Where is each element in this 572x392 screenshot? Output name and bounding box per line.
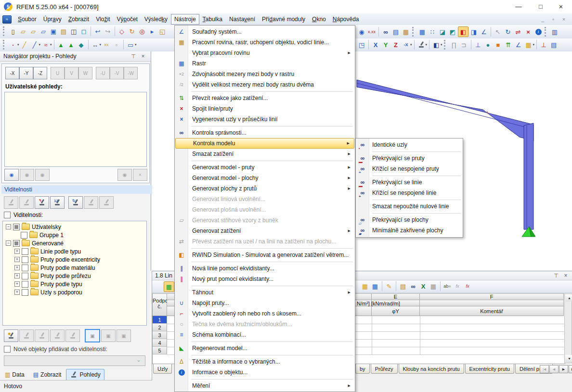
tree-checkbox[interactable] bbox=[22, 248, 28, 255]
tab-prurezy[interactable]: Průřezy bbox=[371, 364, 398, 374]
tree-item-linie-podle-typu[interactable]: Linie podle typu bbox=[3, 247, 146, 255]
mdi-restore-icon[interactable]: ▫ bbox=[550, 16, 557, 22]
submenuitem-krizici-pruty[interactable]: ∞+Křížící se nespojené pruty bbox=[356, 164, 463, 174]
scroll-up-icon[interactable]: ▲ bbox=[565, 294, 572, 302]
calculator-icon[interactable]: ▦ bbox=[429, 281, 438, 291]
menuitem-rastr[interactable]: ▦Rastr bbox=[175, 58, 355, 69]
table-check-icon[interactable]: ∞ bbox=[408, 281, 418, 291]
tree-item-pruty-excentricity[interactable]: Pruty podle excentricity bbox=[3, 255, 146, 264]
toolbar-grip[interactable] bbox=[444, 40, 448, 50]
row-number-1[interactable]: 1 bbox=[153, 316, 167, 324]
menuitem-smazat-zatizeni[interactable]: Smazat zatížení bbox=[175, 149, 355, 159]
rotate-view-icon[interactable]: ↻ bbox=[127, 26, 137, 36]
tab-nav-last-icon[interactable]: ▶| bbox=[569, 365, 572, 373]
grid-points-icon[interactable]: ∷ bbox=[428, 27, 437, 37]
tab-excentricity[interactable]: Excentricity prutu bbox=[465, 364, 514, 374]
submenuitem-prekryvajici-plochy[interactable]: ∞▱Překrývající se plochy bbox=[356, 215, 463, 225]
edit-mode-icon[interactable]: ✎ bbox=[384, 281, 394, 291]
menuitem-nova-linie-ekvidistanta[interactable]: ∥Nová linie pomocí ekvidistanty... bbox=[175, 263, 355, 274]
new-line-support-icon[interactable]: ▲ bbox=[66, 40, 76, 50]
object-info-icon[interactable]: i bbox=[533, 27, 543, 37]
tree-checkbox[interactable] bbox=[21, 232, 27, 239]
window-minimize-button[interactable]: — bbox=[511, 1, 526, 12]
menuitem-vygenerovat-uzly[interactable]: ×Vygenerovat uzly v průsečíku linií bbox=[175, 114, 355, 125]
submenuitem-identicke-uzly[interactable]: ∞▪Identické uzly bbox=[356, 139, 463, 150]
table-rows-icon[interactable]: ▦ bbox=[370, 281, 380, 291]
tree-checkbox[interactable] bbox=[22, 265, 28, 271]
tab-data[interactable]: ▥ Data bbox=[1, 369, 28, 380]
new-polyline-icon[interactable]: ≈ bbox=[41, 40, 51, 50]
menuitem-vydelit[interactable]: /2Vydělit velikost mezery mezi body rast… bbox=[175, 79, 355, 90]
table-view-icon[interactable]: ▦ bbox=[360, 281, 370, 291]
menuitem-zdvojnasobit[interactable]: ×2Zdvojnásobit mezery mezi body v rastru bbox=[175, 69, 355, 79]
render-supports-icon[interactable]: ⊥ bbox=[473, 40, 483, 50]
submenuitem-prekryvajici-pruty[interactable]: ∞▬Překrývající se pruty bbox=[356, 153, 463, 164]
visibility-scope-icon[interactable] bbox=[416, 40, 426, 50]
menuitem-souradny-system[interactable]: ∠Souřadný systém... bbox=[175, 26, 355, 37]
menu-vlozit[interactable]: Vložit bbox=[92, 14, 113, 25]
tree-checkbox[interactable] bbox=[22, 273, 28, 279]
tree-item-uzly-podpora[interactable]: Uzly s podporou bbox=[3, 288, 146, 296]
menuitem-informace-objekt[interactable]: iInformace o objektu... bbox=[175, 367, 355, 378]
window-maximize-button[interactable]: □ bbox=[533, 1, 548, 12]
tree-item-uzivatelsky[interactable]: Uživatelsky bbox=[3, 223, 146, 231]
menuitem-generovat-pruty[interactable]: Generovat model - pruty bbox=[175, 162, 355, 173]
render-solids-icon[interactable]: ■ bbox=[494, 40, 503, 50]
pin-icon[interactable]: ⊤ bbox=[130, 53, 136, 59]
menuitem-prevzit-reakce[interactable]: ⇅Převzít reakce jako zatížení... bbox=[175, 93, 355, 103]
menuitem-schema-kombinaci[interactable]: ≡Schéma kombinací... bbox=[175, 329, 355, 340]
mirror-icon[interactable]: ⇌ bbox=[513, 27, 523, 37]
render-loads-icon[interactable]: ⇈ bbox=[504, 40, 513, 50]
render-surfaces-icon[interactable]: ● bbox=[483, 40, 493, 50]
tree-item-gruppe1[interactable]: Gruppe 1 bbox=[3, 231, 146, 239]
visibility-eye-icon[interactable]: ◉ bbox=[357, 27, 366, 37]
workplane-xz-icon[interactable]: ◧ bbox=[458, 26, 468, 37]
tree-checkbox[interactable] bbox=[13, 240, 20, 247]
view-minus-x-icon[interactable]: -X bbox=[401, 40, 411, 50]
menu-zobrazit[interactable]: Zobrazit bbox=[65, 14, 92, 25]
fx-icon[interactable]: fx bbox=[453, 281, 462, 291]
list-display-icon[interactable]: ▤ bbox=[549, 40, 559, 50]
user-views-list[interactable] bbox=[4, 92, 147, 167]
expand-icon[interactable] bbox=[14, 249, 20, 254]
tab-nav-prev-icon[interactable]: ◀ bbox=[549, 365, 559, 373]
toolbar-grip[interactable] bbox=[545, 27, 548, 37]
tree-item-generovane[interactable]: Generované bbox=[3, 239, 146, 247]
undo-icon[interactable]: ↩ bbox=[93, 26, 103, 36]
tab-nav-next-icon[interactable]: ▶ bbox=[559, 365, 568, 373]
register-icon[interactable]: ▤ bbox=[398, 281, 408, 291]
menu-tabulka[interactable]: Tabulka bbox=[199, 14, 226, 25]
menuitem-teziste[interactable]: ΔTěžiště a informace o vybraných... bbox=[175, 356, 355, 367]
delete-cross-icon[interactable]: × bbox=[523, 27, 533, 37]
expand-icon[interactable] bbox=[14, 257, 20, 262]
visibility-mode-5-button[interactable]: ↻ bbox=[68, 196, 83, 209]
new-view-button[interactable]: ◉ bbox=[4, 169, 19, 181]
tree-checkbox[interactable] bbox=[22, 289, 28, 296]
menuitem-napojit-pruty[interactable]: ∪Napojit pruty... bbox=[175, 298, 355, 308]
row-number-4[interactable]: 4 bbox=[153, 339, 167, 347]
menuitem-rwind[interactable]: ◧RWIND Simulation - Simulovat a generova… bbox=[175, 250, 355, 260]
zoom-target-icon[interactable]: ◎ bbox=[137, 26, 147, 36]
menuitem-regenerovat[interactable]: ◣Regenerovat model... bbox=[175, 343, 355, 354]
dimension-icon[interactable]: ↔ bbox=[91, 40, 100, 50]
open-project-icon[interactable]: ▱ bbox=[28, 26, 38, 36]
tree-checkbox[interactable] bbox=[22, 256, 28, 263]
menuitem-mereni[interactable]: Měření bbox=[175, 380, 355, 391]
menuitem-generovat-zatizeni[interactable]: Generovat zatížení bbox=[175, 226, 355, 236]
clipboard-icon[interactable]: ▤ bbox=[59, 26, 68, 36]
tab-nav-first-icon[interactable]: |◀ bbox=[540, 365, 549, 373]
expand-icon[interactable] bbox=[14, 265, 20, 270]
tab-pohledy[interactable]: Pohledy bbox=[66, 369, 104, 380]
print-preview-icon[interactable]: ◻ bbox=[79, 26, 89, 36]
new-node-icon[interactable]: ∙ bbox=[8, 40, 18, 50]
tab-partial[interactable]: by bbox=[355, 364, 370, 374]
submenuitem-zakrivene-plochy[interactable]: ∞▰Minimálně zakřivené plochy bbox=[356, 225, 463, 236]
view-z-icon[interactable]: Z bbox=[391, 40, 401, 50]
isometric-view-icon[interactable]: ◧ bbox=[431, 40, 441, 50]
new-objects-checkbox[interactable] bbox=[4, 346, 11, 353]
toolbar-grip[interactable] bbox=[3, 40, 7, 50]
expand-icon[interactable] bbox=[14, 281, 20, 287]
new-surface-icon[interactable]: ◆ bbox=[77, 40, 86, 50]
display-numbers-icon[interactable]: x.xx bbox=[367, 27, 377, 37]
new-member-icon[interactable]: ╱ bbox=[30, 40, 39, 50]
